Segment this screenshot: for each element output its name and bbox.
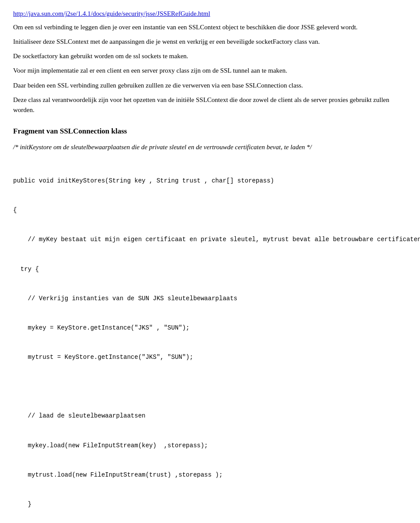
reference-link[interactable]: http://java.sun.com/j2se/1.4.1/docs/guid… xyxy=(13,9,407,19)
code-inner-close: } xyxy=(13,499,407,509)
code-mytrust-load: mytrust.load(new FileInputStream(trust) … xyxy=(13,470,407,480)
paragraph-3: De socketfactory kan gebruikt worden om … xyxy=(13,51,407,61)
paragraph-4: Voor mijn implementatie zal er een clien… xyxy=(13,66,407,76)
code-method-sig: public void initKeyStores(String key , S… xyxy=(13,176,407,186)
page-content: http://java.sun.com/j2se/1.4.1/docs/guid… xyxy=(13,9,407,523)
code-mykey-load: mykey.load(new FileInputStream(key) ,sto… xyxy=(13,441,407,450)
paragraph-6: Deze class zal verantwoordelijk zijn voo… xyxy=(13,95,407,116)
comment-init-keystore: /* initKeystore om de sleutelbewaarplaat… xyxy=(13,142,407,152)
code-open-brace: { xyxy=(13,205,407,215)
code-comment-laad: // laad de sleutelbewaarplaatsen xyxy=(13,411,407,421)
code-empty-1 xyxy=(13,382,407,391)
code-mykey-assign: mykey = KeyStore.getInstance("JKS" , "SU… xyxy=(13,323,407,333)
code-comment-mykey: // myKey bestaat uit mijn eigen certific… xyxy=(13,235,407,244)
paragraph-5: Daar beiden een SSL verbinding zullen ge… xyxy=(13,81,407,91)
code-mytrust-assign: mytrust = KeyStore.getInstance("JKS", "S… xyxy=(13,352,407,362)
paragraph-1: Om een ssl verbinding te leggen dien je … xyxy=(13,22,407,32)
code-block-init-keystores: public void initKeyStores(String key , S… xyxy=(13,156,407,523)
code-try-open: try { xyxy=(13,264,407,274)
paragraph-2: Initialiseer deze SSLContext met de aanp… xyxy=(13,37,407,47)
code-comment-verkrijg: // Verkrijg instanties van de SUN JKS sl… xyxy=(13,294,407,303)
section-heading: Fragment van SSLConnection klass xyxy=(13,126,407,137)
